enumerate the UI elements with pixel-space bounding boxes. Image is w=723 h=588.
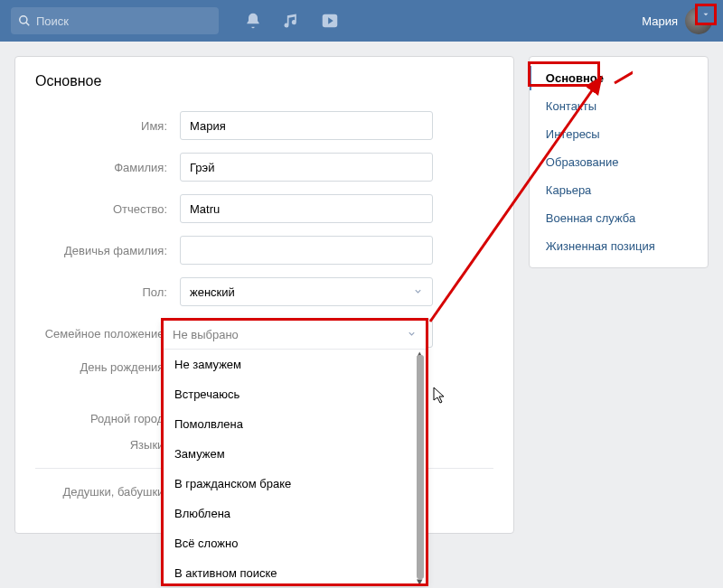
- account-dropdown-caret[interactable]: [695, 4, 717, 25]
- middle-name-input[interactable]: [180, 194, 433, 223]
- sidebar-item-education[interactable]: Образование: [530, 148, 708, 176]
- marital-option[interactable]: Не замужем: [164, 350, 413, 379]
- marital-dropdown-header[interactable]: Не выбрано: [164, 321, 426, 350]
- scroll-up-caret[interactable]: ▴: [414, 350, 425, 359]
- chevron-down-icon: [413, 285, 423, 299]
- sex-select[interactable]: женский: [180, 277, 433, 306]
- marital-option[interactable]: Влюблена: [164, 499, 413, 528]
- label-first-name: Имя:: [35, 119, 180, 133]
- sex-select-value: женский: [190, 285, 235, 299]
- marital-option[interactable]: Замужем: [164, 439, 413, 469]
- marital-option[interactable]: Всё сложно: [164, 528, 413, 558]
- search-icon: [18, 14, 31, 27]
- marital-option[interactable]: Встречаюсь: [164, 379, 413, 409]
- marital-dropdown-panel: Не выбрано ▴ Не замужем Встречаюсь Помол…: [163, 320, 427, 585]
- scroll-down-caret[interactable]: ▾: [414, 575, 425, 584]
- sidebar-item-contacts[interactable]: Контакты: [530, 92, 708, 120]
- last-name-input[interactable]: [180, 153, 433, 182]
- label-sex: Пол:: [35, 285, 180, 299]
- label-maiden-name: Девичья фамилия:: [35, 244, 180, 257]
- sidebar-item-main[interactable]: Основное: [530, 64, 708, 92]
- user-name: Мария: [642, 14, 678, 28]
- topbar-icons: [244, 11, 340, 31]
- label-marital: Семейное положение:: [35, 327, 180, 341]
- marital-dropdown-list[interactable]: ▴ Не замужем Встречаюсь Помолвлена Замуж…: [164, 350, 426, 584]
- svg-point-0: [20, 16, 27, 23]
- sidebar-item-life[interactable]: Жизненная позиция: [530, 232, 708, 260]
- page-title: Основное: [35, 73, 493, 89]
- cursor-icon: [433, 387, 447, 408]
- chevron-down-icon: [407, 328, 417, 341]
- label-grandparents: Дедушки, бабушки:: [35, 485, 180, 499]
- maiden-name-input[interactable]: [180, 236, 433, 265]
- label-last-name: Фамилия:: [35, 161, 180, 174]
- label-hometown: Родной город:: [35, 412, 180, 425]
- search-box[interactable]: [11, 7, 219, 34]
- video-icon[interactable]: [320, 11, 340, 31]
- sidebar-item-military[interactable]: Военная служба: [530, 204, 708, 232]
- marital-dropdown-header-text: Не выбрано: [173, 328, 239, 341]
- label-middle-name: Отчество:: [35, 202, 180, 216]
- label-birthday: День рождения:: [35, 360, 180, 374]
- first-name-input[interactable]: [180, 111, 433, 140]
- bell-icon[interactable]: [244, 12, 262, 30]
- label-languages: Языки:: [35, 438, 180, 452]
- svg-line-1: [26, 23, 29, 25]
- music-icon[interactable]: [282, 12, 300, 30]
- marital-option[interactable]: Помолвлена: [164, 409, 413, 439]
- topbar: Мария: [0, 0, 723, 42]
- sidebar-item-interests[interactable]: Интересы: [530, 120, 708, 148]
- marital-option[interactable]: В гражданском браке: [164, 469, 413, 499]
- marital-option[interactable]: В активном поиске: [164, 558, 413, 584]
- sidebar-nav: Основное Контакты Интересы Образование К…: [529, 56, 709, 268]
- search-input[interactable]: [36, 14, 211, 28]
- sidebar-item-career[interactable]: Карьера: [530, 176, 708, 204]
